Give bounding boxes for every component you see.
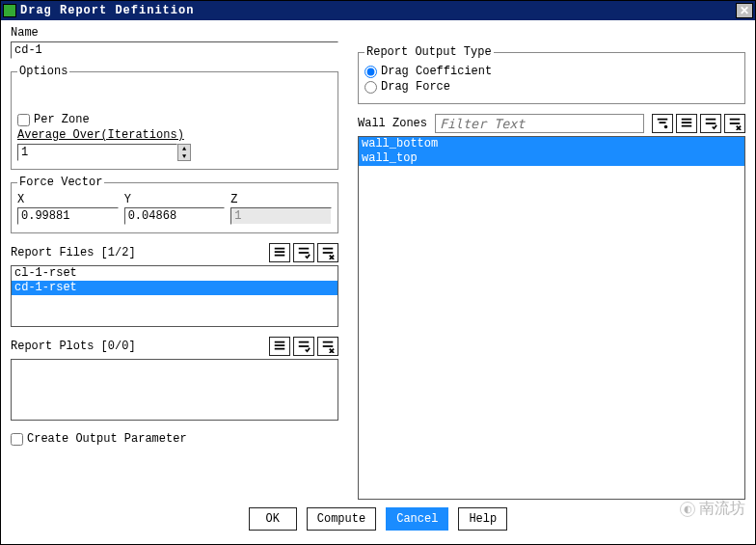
create-output-param-label: Create Output Parameter: [27, 432, 187, 446]
button-bar: OK Compute Cancel Help: [11, 500, 745, 538]
wz-clear-button[interactable]: [724, 114, 745, 133]
svg-point-16: [664, 125, 668, 129]
report-plots-header: Report Plots [0/0]: [11, 340, 136, 353]
list-item[interactable]: cd-1-rset: [12, 281, 338, 295]
svg-rect-17: [682, 119, 692, 121]
svg-rect-15: [660, 122, 666, 123]
compute-button[interactable]: Compute: [307, 507, 376, 531]
rf-select-all-button[interactable]: [269, 243, 290, 262]
output-type-legend: Report Output Type: [364, 45, 494, 59]
options-legend: Options: [17, 65, 69, 78]
options-group: Options Per Zone Average Over(Iterations…: [11, 65, 338, 170]
titlebar: Drag Report Definition ✕: [1, 1, 755, 20]
wz-select-all-button[interactable]: [676, 114, 697, 133]
force-vector-legend: Force Vector: [17, 176, 104, 189]
fv-z-label: Z: [230, 193, 332, 206]
list-item[interactable]: wall_bottom: [359, 137, 744, 151]
app-icon: [3, 4, 16, 17]
svg-rect-8: [275, 344, 285, 346]
rp-check-button[interactable]: [293, 337, 314, 356]
window-title: Drag Report Definition: [20, 4, 736, 17]
svg-rect-5: [323, 248, 334, 250]
svg-rect-13: [323, 345, 334, 347]
svg-rect-3: [299, 248, 310, 250]
wz-filter-button[interactable]: [652, 114, 673, 133]
ok-button[interactable]: OK: [249, 507, 297, 531]
per-zone-checkbox[interactable]: [17, 114, 30, 126]
svg-rect-6: [323, 252, 334, 254]
name-input[interactable]: [11, 41, 338, 59]
cancel-button[interactable]: Cancel: [386, 507, 448, 531]
svg-rect-21: [706, 123, 716, 124]
svg-rect-18: [682, 122, 692, 123]
fv-y-input[interactable]: [124, 207, 226, 225]
list-item[interactable]: wall_top: [359, 151, 744, 166]
force-vector-group: Force Vector X Y Z: [11, 176, 338, 233]
wall-zones-list[interactable]: wall_bottom wall_top: [358, 136, 745, 500]
drag-force-radio[interactable]: [364, 81, 377, 94]
report-files-header: Report Files [1/2]: [11, 246, 136, 259]
fv-x-label: X: [17, 193, 119, 206]
avg-over-spinner[interactable]: ▲ ▼: [177, 144, 191, 161]
svg-rect-10: [299, 341, 310, 343]
svg-rect-4: [299, 252, 310, 254]
list-item[interactable]: cl-1-rset: [12, 266, 338, 281]
wz-check-button[interactable]: [700, 114, 721, 133]
fv-y-label: Y: [124, 193, 226, 206]
name-label: Name: [11, 26, 338, 40]
svg-rect-19: [682, 125, 692, 127]
rp-clear-button[interactable]: [317, 337, 338, 356]
svg-rect-2: [275, 255, 285, 257]
drag-coeff-label: Drag Coefficient: [381, 65, 492, 78]
rf-clear-button[interactable]: [317, 243, 338, 262]
watermark: ◐ 南流坊: [680, 499, 745, 519]
output-type-group: Report Output Type Drag Coefficient Drag…: [358, 45, 745, 104]
svg-rect-14: [658, 119, 668, 121]
drag-coeff-radio[interactable]: [364, 66, 377, 78]
rf-check-button[interactable]: [293, 243, 314, 262]
dialog-window: Drag Report Definition ✕ Name Options Pe…: [0, 0, 756, 545]
svg-rect-7: [275, 341, 285, 343]
report-files-list[interactable]: cl-1-rset cd-1-rset: [11, 265, 338, 327]
fv-z-input: [230, 207, 332, 225]
svg-rect-22: [730, 119, 741, 121]
per-zone-label: Per Zone: [34, 113, 90, 126]
help-button[interactable]: Help: [458, 507, 507, 531]
fv-x-input[interactable]: [17, 207, 119, 225]
svg-rect-0: [275, 248, 285, 250]
svg-rect-23: [730, 123, 741, 124]
avg-over-label: Average Over(Iterations): [17, 128, 332, 142]
watermark-text: 南流坊: [699, 499, 745, 519]
svg-rect-9: [275, 348, 285, 350]
spinner-down-icon[interactable]: ▼: [178, 152, 190, 160]
svg-rect-1: [275, 251, 285, 253]
wechat-icon: ◐: [680, 502, 695, 517]
close-button[interactable]: ✕: [736, 3, 753, 18]
avg-over-input[interactable]: [17, 144, 177, 161]
wall-zones-label: Wall Zones: [358, 117, 427, 130]
svg-rect-11: [299, 345, 310, 347]
spinner-up-icon[interactable]: ▲: [178, 145, 190, 152]
svg-rect-20: [706, 119, 716, 121]
svg-rect-12: [323, 341, 334, 343]
dialog-content: Name Options Per Zone Average Over(Itera…: [1, 20, 755, 544]
report-plots-list[interactable]: [11, 359, 338, 421]
create-output-param-checkbox[interactable]: [11, 433, 23, 446]
rp-select-all-button[interactable]: [269, 337, 290, 356]
drag-force-label: Drag Force: [381, 80, 450, 94]
wall-zones-filter-input[interactable]: [435, 114, 644, 133]
